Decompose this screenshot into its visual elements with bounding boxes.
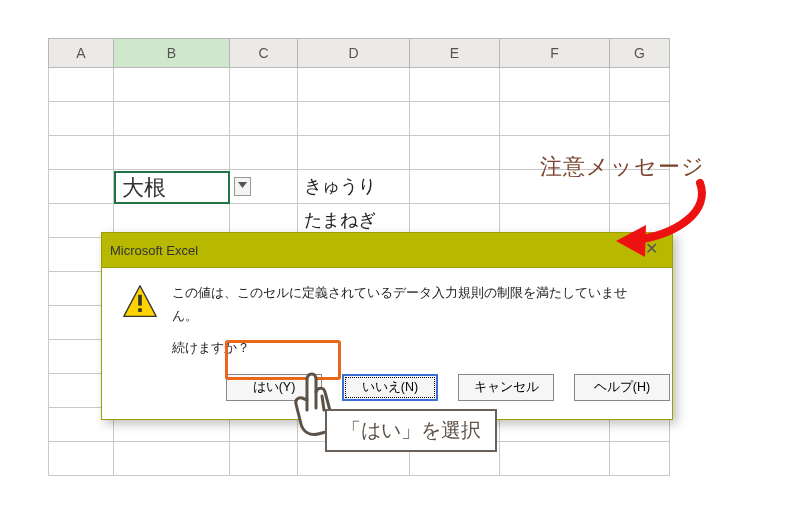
annotation-choose-yes: 「はい」を選択 <box>325 409 497 452</box>
col-header-c[interactable]: C <box>230 38 298 68</box>
cell-d4[interactable]: きゅうり <box>298 170 410 204</box>
cell[interactable] <box>230 442 298 476</box>
cell[interactable] <box>48 170 114 204</box>
cell[interactable] <box>48 68 114 102</box>
dialog-titlebar[interactable]: Microsoft Excel ✕ <box>102 233 672 268</box>
close-button[interactable]: ✕ <box>636 239 666 261</box>
dialog-text: この値は、このセルに定義されているデータ入力規則の制限を満たしていません。 続け… <box>172 282 652 360</box>
svg-rect-1 <box>138 308 142 312</box>
cell[interactable] <box>114 68 230 102</box>
cell[interactable] <box>114 442 230 476</box>
cell[interactable] <box>610 68 670 102</box>
warning-icon <box>122 284 158 320</box>
cell[interactable] <box>230 102 298 136</box>
warning-dialog: Microsoft Excel ✕ この値は、このセルに定義されているデータ入力… <box>101 232 673 420</box>
cell[interactable] <box>500 102 610 136</box>
cell[interactable] <box>410 102 500 136</box>
no-button[interactable]: いいえ(N) <box>342 374 438 401</box>
dialog-message: この値は、このセルに定義されているデータ入力規則の制限を満たしていません。 <box>172 282 652 327</box>
active-cell-b4[interactable]: 大根 <box>114 171 230 204</box>
cell[interactable] <box>298 68 410 102</box>
cell[interactable] <box>298 102 410 136</box>
col-header-d[interactable]: D <box>298 38 410 68</box>
cell[interactable] <box>500 68 610 102</box>
cell[interactable] <box>114 136 230 170</box>
dropdown-button[interactable] <box>234 177 251 196</box>
cell[interactable] <box>410 170 500 204</box>
col-header-g[interactable]: G <box>610 38 670 68</box>
yes-button[interactable]: はい(Y) <box>226 374 322 401</box>
svg-rect-0 <box>138 295 142 306</box>
cell[interactable] <box>114 102 230 136</box>
cell[interactable] <box>230 136 298 170</box>
cell[interactable] <box>48 136 114 170</box>
col-header-a[interactable]: A <box>48 38 114 68</box>
cell[interactable] <box>410 136 500 170</box>
cell[interactable] <box>610 442 670 476</box>
cell[interactable] <box>48 102 114 136</box>
annotation-warning-label: 注意メッセージ <box>540 152 705 182</box>
screenshot-stage: A B C D E F G きゅうり たまねぎ 大根 <box>0 0 800 509</box>
cell[interactable] <box>298 136 410 170</box>
col-header-e[interactable]: E <box>410 38 500 68</box>
cell[interactable] <box>410 68 500 102</box>
dialog-title: Microsoft Excel <box>110 243 198 258</box>
col-header-b[interactable]: B <box>114 38 230 68</box>
cancel-button[interactable]: キャンセル <box>458 374 554 401</box>
cell[interactable] <box>500 442 610 476</box>
cell[interactable] <box>48 442 114 476</box>
col-header-f[interactable]: F <box>500 38 610 68</box>
dialog-prompt: 続けますか？ <box>172 337 652 360</box>
cell[interactable] <box>230 68 298 102</box>
column-headers: A B C D E F G <box>48 38 670 68</box>
help-button[interactable]: ヘルプ(H) <box>574 374 670 401</box>
chevron-down-icon <box>238 182 247 188</box>
cell[interactable] <box>610 102 670 136</box>
